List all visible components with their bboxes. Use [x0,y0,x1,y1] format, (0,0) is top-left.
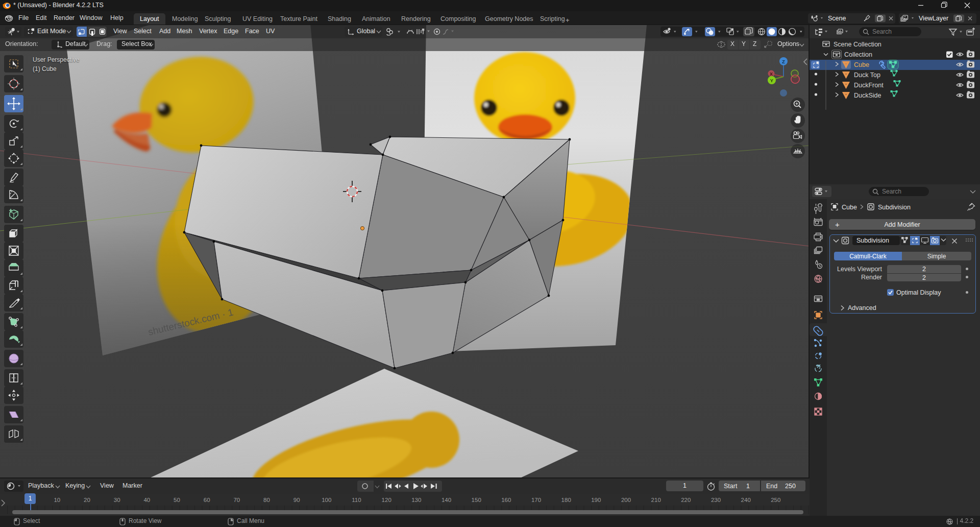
svg-text:210: 210 [651,497,661,503]
svg-text:Z: Z [782,59,785,64]
svg-text:DuckSide: DuckSide [854,92,881,99]
svg-text:190: 190 [591,497,601,503]
svg-text:10: 10 [54,497,60,503]
svg-text:X: X [770,71,773,77]
svg-text:120: 120 [382,497,391,503]
svg-text:Cube: Cube [854,61,869,68]
svg-text:200: 200 [621,497,631,503]
svg-text:30: 30 [114,497,120,503]
svg-text:170: 170 [531,497,541,503]
svg-text:180: 180 [561,497,571,503]
svg-text:80: 80 [263,497,270,503]
svg-text:230: 230 [711,497,721,503]
svg-text:110: 110 [352,497,361,503]
svg-text:70: 70 [233,497,240,503]
svg-text:Duck Top: Duck Top [854,71,880,79]
svg-text:130: 130 [411,497,421,503]
svg-text:60: 60 [204,497,210,503]
svg-text:Y: Y [770,78,774,83]
svg-text:160: 160 [501,497,511,503]
svg-text:100: 100 [322,497,331,503]
svg-text:Scene Collection: Scene Collection [834,41,881,48]
svg-text:Subdivision: Subdivision [878,204,911,211]
svg-text:50: 50 [174,497,180,503]
svg-text:20: 20 [84,497,90,503]
svg-text:40: 40 [143,497,150,503]
svg-text:Collection: Collection [844,51,872,58]
svg-text:90: 90 [293,497,300,503]
svg-text:250: 250 [771,497,780,503]
svg-text:150: 150 [472,497,481,503]
svg-text:140: 140 [442,497,451,503]
svg-text:DuckFront: DuckFront [854,82,884,89]
svg-text:240: 240 [741,497,751,503]
svg-text:Cube: Cube [842,204,857,211]
svg-text:220: 220 [681,497,691,503]
